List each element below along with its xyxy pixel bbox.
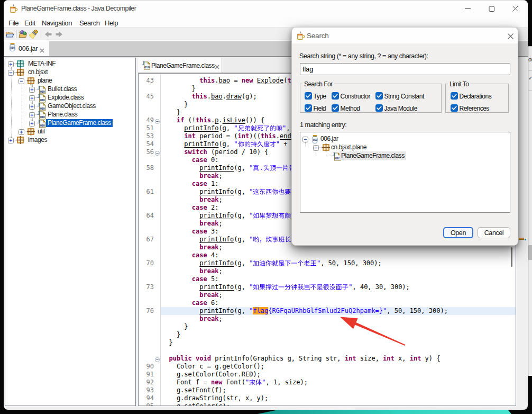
code-token: (g,	[234, 188, 249, 195]
code-token: (g,	[234, 283, 249, 291]
expander-minus-icon[interactable]	[19, 78, 24, 84]
tab-006-jar[interactable]: 010 006.jar	[4, 40, 49, 56]
tree-item-planegameframe-class[interactable]: 010JPlaneGameFrame.class	[5, 119, 135, 127]
cjk-text	[253, 164, 259, 172]
code-token: isLive	[223, 116, 245, 124]
code-token	[161, 275, 192, 283]
code-line: break;	[161, 196, 223, 204]
code-token: (g,	[218, 140, 234, 148]
svg-text:010: 010	[10, 46, 15, 49]
tree-item-explode-class[interactable]: 010JExplode.class	[5, 93, 135, 102]
expander-minus-icon[interactable]	[8, 69, 14, 75]
menu-navigation[interactable]: Navigation	[42, 19, 72, 27]
checkbox-java-module[interactable]	[375, 104, 383, 112]
background-window-sliver: or ✓	[528, 46, 532, 376]
code-line: case 5:	[161, 275, 218, 283]
result-item-cn-bjsxt-plane[interactable]: cn.bjsxt.plane	[300, 143, 510, 151]
class-icon: 010J	[142, 61, 151, 72]
tree-item-images[interactable]: images	[5, 136, 135, 144]
expander-plus-icon[interactable]	[8, 61, 14, 67]
search-icon[interactable]	[29, 30, 38, 39]
expander-minus-icon[interactable]	[313, 145, 319, 150]
tree-item-gameobject-class[interactable]: 010JGameObject.class	[5, 102, 135, 110]
code-token: .	[218, 116, 222, 124]
result-item-planegameframe-class[interactable]: 010JPlaneGameFrame.class	[300, 151, 510, 160]
code-token: Explode	[257, 77, 284, 84]
tree-item-bullet-class[interactable]: 010JBullet.class	[5, 85, 135, 93]
dialog-title-bar[interactable]: Search	[292, 28, 518, 43]
occurrence-marker[interactable]	[519, 238, 524, 240]
expander-plus-icon[interactable]	[29, 103, 35, 109]
tree-item-cn-bjsxt[interactable]: cn.bjsxt	[5, 68, 135, 76]
tree-item-plane[interactable]: plane	[5, 76, 135, 85]
code-token: break	[199, 172, 218, 179]
code-token: break	[199, 220, 218, 227]
dialog-close-icon[interactable]	[507, 32, 514, 39]
line-number: 58	[139, 164, 154, 172]
menu-file[interactable]: File	[8, 19, 19, 27]
menu-search[interactable]: Search	[79, 19, 100, 27]
expander-plus-icon[interactable]	[8, 137, 14, 143]
expander-plus-icon[interactable]	[29, 112, 35, 118]
fold-minus-icon[interactable]	[155, 150, 160, 155]
search-results-tree: 010006.jarcn.bjsxt.plane010JPlaneGameFra…	[300, 132, 510, 213]
checkbox-field[interactable]	[305, 104, 312, 112]
tree-item-label: Explode.class	[46, 94, 85, 102]
expander-plus-icon[interactable]	[19, 129, 24, 134]
tab-close-icon[interactable]	[39, 46, 45, 56]
checkbox-constructor[interactable]	[332, 92, 339, 100]
close-button[interactable]	[511, 4, 520, 13]
code-line: break;	[161, 220, 223, 228]
maximize-button[interactable]	[487, 4, 496, 13]
checkbox-method[interactable]	[332, 104, 339, 112]
open-file-icon[interactable]	[5, 30, 14, 39]
fold-minus-icon[interactable]	[155, 356, 160, 361]
checkbox-type[interactable]	[305, 92, 312, 100]
forward-icon	[54, 30, 63, 39]
expander-plus-icon[interactable]	[29, 120, 35, 126]
minimize-button[interactable]	[463, 4, 472, 13]
code-token	[161, 228, 192, 235]
fold-minus-icon[interactable]	[155, 118, 160, 123]
code-line: break;	[161, 172, 223, 180]
tree-item-label: Plane.class	[46, 111, 79, 119]
code-token: int	[383, 355, 395, 362]
open-type-icon[interactable]	[19, 30, 27, 39]
checkbox-label: Constructor	[341, 93, 371, 100]
tree-item-meta-inf[interactable]: META-INF	[5, 59, 135, 68]
checkbox-string-constant[interactable]	[375, 92, 383, 100]
tree-item-util[interactable]: util	[5, 127, 135, 136]
line-number: 54	[139, 140, 154, 148]
menu-edit[interactable]: Edit	[24, 19, 35, 27]
search-input[interactable]	[300, 63, 510, 75]
menu-help[interactable]: Help	[105, 19, 118, 27]
expander-plus-icon[interactable]	[29, 95, 35, 101]
expander-plus-icon[interactable]	[29, 86, 35, 92]
tab-close-icon[interactable]	[214, 62, 220, 72]
code-token: }	[161, 85, 196, 92]
scrollbar-thumb[interactable]	[511, 247, 512, 267]
code-token: ;	[218, 244, 222, 251]
svg-text:J: J	[38, 119, 40, 124]
line-number: 91	[139, 371, 154, 379]
code-token: ;	[218, 172, 222, 179]
result-item-006-jar[interactable]: 010006.jar	[300, 134, 510, 143]
line-number: 67	[139, 236, 154, 244]
code-token: break	[199, 267, 218, 275]
code-token: ()) {	[245, 116, 264, 124]
checkbox-declarations[interactable]	[451, 92, 458, 100]
tab-planegameframe-class[interactable]: 010J PlaneGameFrame.class	[138, 58, 222, 73]
code-line: switch (period / 10) {	[161, 148, 268, 156]
expander-minus-icon[interactable]	[302, 136, 308, 142]
title-bar[interactable]: PlaneGameFrame.class - Java Decompiler	[4, 1, 528, 16]
svg-text:J: J	[38, 111, 40, 116]
checkbox-references[interactable]	[451, 104, 458, 112]
code-token: (g,	[234, 259, 249, 267]
package-icon	[16, 136, 24, 146]
open-button[interactable]: Open	[443, 227, 473, 238]
code-token: 5:	[207, 275, 219, 283]
cancel-button[interactable]: Cancel	[478, 227, 510, 238]
code-line: break;	[161, 267, 223, 275]
code-token	[161, 156, 192, 164]
tree-item-plane-class[interactable]: 010JPlane.class	[5, 110, 135, 119]
